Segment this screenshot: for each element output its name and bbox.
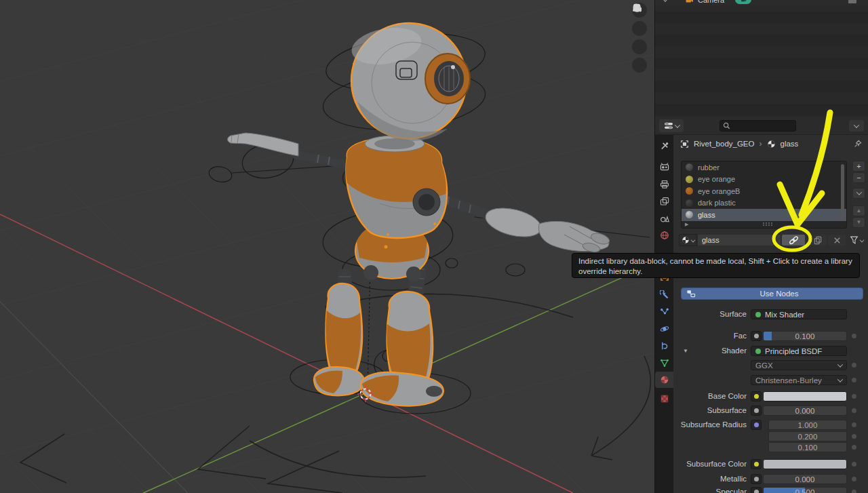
metallic-slider[interactable]: 0.000 [763,474,847,484]
base-color-swatch[interactable] [763,391,847,401]
animate-decorator[interactable] [852,434,856,439]
tab-tool[interactable] [655,139,673,153]
restrict-toggle-icon[interactable] [848,0,856,3]
camera-view-button[interactable] [632,39,647,54]
breadcrumb-material[interactable]: glass [781,140,799,148]
subsurface-radius-input-socket[interactable] [751,420,762,430]
animate-decorator[interactable] [852,363,856,368]
animate-decorator[interactable] [852,408,856,413]
subsurface-input-socket[interactable] [751,406,762,416]
base-color-input-socket[interactable] [751,391,762,401]
subsurface-color-input-socket[interactable] [751,459,762,469]
physics-icon [660,324,669,334]
wrench-icon [660,290,669,300]
header-menu-button[interactable] [849,120,864,132]
animate-decorator[interactable] [852,378,856,382]
shader-selector[interactable]: Principled BSDF [751,346,847,356]
animate-decorator[interactable] [852,334,856,338]
specular-slider[interactable]: 0.500 [763,487,847,493]
viewport-3d-scene [0,0,654,493]
animate-decorator[interactable] [852,394,856,399]
tab-world[interactable] [655,229,673,242]
move-slot-down-button[interactable]: ▼ [852,217,865,228]
subsurface-color-swatch[interactable] [763,459,847,469]
metallic-input-socket[interactable] [751,474,762,484]
breadcrumb-object[interactable]: Rivet_body_GEO [694,140,755,148]
search-input[interactable] [730,122,790,130]
animate-decorator[interactable] [852,490,856,493]
list-footer: ▶ [682,220,846,228]
material-list-item[interactable]: dark plastic [682,197,846,210]
subsurface-radius-x[interactable]: 1.000 [768,420,847,430]
subsurface-method-value: Christensen-Burley [755,376,822,384]
subsurface-radius-z[interactable]: 0.100 [768,442,847,452]
tab-particles[interactable] [655,305,673,319]
specular-input-socket[interactable] [751,487,762,493]
camera-data-icon[interactable] [735,0,751,4]
tab-physics[interactable] [655,322,673,336]
chevron-down-icon [690,238,695,243]
editor-type-selector[interactable] [659,119,684,132]
add-slot-button[interactable]: + [852,161,865,172]
material-sphere-icon [767,140,776,149]
fac-input-socket[interactable] [751,331,762,341]
texture-icon [660,394,669,403]
search-box[interactable] [719,120,796,132]
distribution-dropdown[interactable]: GGX [751,360,847,370]
socket-dot-icon [754,490,759,493]
tab-constraints[interactable] [655,339,673,353]
properties-header [655,117,868,135]
tab-output[interactable] [655,178,673,191]
viewport-3d[interactable] [0,0,654,493]
material-filter-dropdown[interactable] [847,234,866,246]
toggle-ortho-button[interactable] [632,58,647,73]
list-scrollbar[interactable] [841,164,844,221]
material-list-item-selected[interactable]: glass [682,209,846,221]
tab-scene[interactable] [655,212,673,225]
outliner-editor[interactable]: Camera [655,0,868,117]
distribution-value: GGX [755,361,773,370]
library-link-button[interactable] [782,235,805,245]
shader-node-dot-icon [755,312,761,317]
tab-object-data[interactable] [655,356,673,370]
expand-triangle-icon[interactable]: ▶ [685,222,688,227]
new-material-copy-button[interactable] [809,235,827,245]
subsurface-method-dropdown[interactable]: Christensen-Burley [751,375,847,385]
remove-slot-button[interactable]: − [852,172,865,183]
animate-decorator[interactable] [852,462,856,467]
slot-specials-menu-button[interactable] [852,188,865,199]
material-list-item[interactable]: eye orangeB [682,185,846,197]
tab-texture[interactable] [655,392,673,406]
material-name-field[interactable]: glass [697,234,781,246]
subsurface-slider[interactable]: 0.000 [763,406,847,416]
tab-modifiers[interactable] [655,288,673,302]
animate-decorator[interactable] [852,422,856,427]
pin-icon[interactable] [854,140,862,148]
use-nodes-button[interactable]: Use Nodes [681,288,863,300]
outliner-row-camera[interactable]: Camera [655,0,868,5]
pan-button[interactable] [632,21,647,36]
funnel-icon [850,235,859,245]
surface-shader-selector[interactable]: Mix Shader [751,309,847,319]
tab-view-layer[interactable] [655,195,673,208]
material-browse-button[interactable] [679,234,697,246]
specular-label: Specular [673,487,747,493]
socket-dot-icon [754,422,759,427]
material-list-item[interactable]: rubber [682,161,846,174]
move-slot-up-button[interactable]: ▲ [852,205,865,216]
material-slot-list[interactable]: rubber eye orange eye orangeB dark plast… [681,161,847,229]
animate-decorator[interactable] [852,445,856,450]
animate-decorator[interactable] [852,477,856,481]
fac-slider[interactable]: 0.100 [763,331,847,341]
unlink-material-button[interactable] [828,235,846,245]
property-row-base-color: Base Color [673,391,868,401]
grip-handle-icon[interactable] [762,222,773,226]
tab-material[interactable] [655,372,673,388]
subsurface-radius-y[interactable]: 0.200 [768,431,847,441]
chevron-down-icon [837,376,843,382]
nodes-icon [686,289,696,298]
tab-render[interactable] [655,160,673,174]
material-name: glass [698,211,715,219]
material-list-item[interactable]: eye orange [682,174,846,186]
use-nodes-label: Use Nodes [696,290,863,298]
